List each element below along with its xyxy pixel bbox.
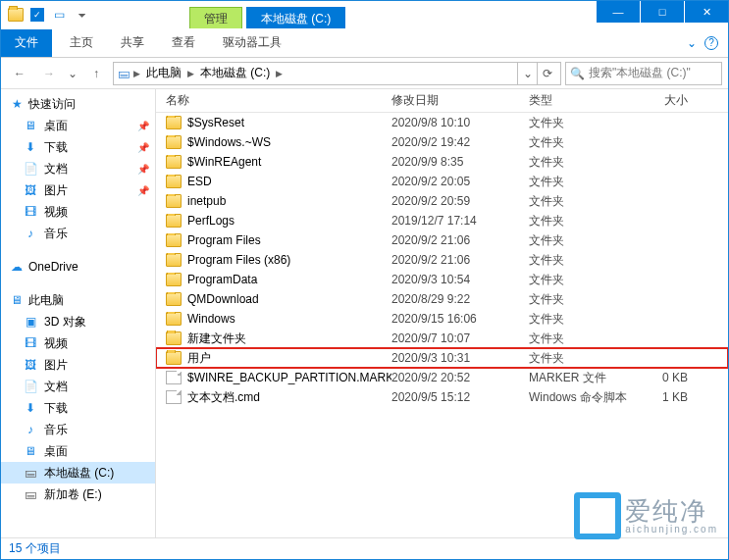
file-row[interactable]: $WINRE_BACKUP_PARTITION.MARKER2020/9/2 2…: [156, 368, 728, 387]
file-row[interactable]: inetpub2020/9/2 20:59文件夹: [156, 191, 728, 211]
contextual-tab-manage[interactable]: 管理: [189, 7, 242, 28]
file-type: 文件夹: [529, 252, 639, 269]
pin-icon: 📌: [137, 121, 149, 131]
maximize-button[interactable]: □: [641, 1, 684, 23]
ribbon-tab-home[interactable]: 主页: [56, 28, 107, 57]
file-type: Windows 命令脚本: [529, 389, 639, 406]
nav-label: 图片: [44, 357, 68, 374]
folder-icon: [166, 116, 182, 129]
nav-item-desktop[interactable]: 🖥桌面: [1, 440, 155, 462]
file-row[interactable]: ProgramData2020/9/3 10:54文件夹: [156, 270, 728, 289]
file-row[interactable]: Windows2020/9/15 16:06文件夹: [156, 309, 728, 329]
search-icon: 🔍: [570, 67, 585, 80]
file-row[interactable]: PerfLogs2019/12/7 17:14文件夹: [156, 211, 728, 230]
nav-onedrive[interactable]: ☁ OneDrive: [1, 256, 155, 278]
column-header-date[interactable]: 修改日期: [391, 92, 529, 109]
crumb-sep-icon[interactable]: ▶: [187, 69, 194, 78]
file-list[interactable]: $SysReset2020/9/8 10:10文件夹$Windows.~WS20…: [156, 113, 728, 537]
folder-icon: [166, 135, 182, 149]
navigation-pane[interactable]: ★ 快速访问 🖥桌面📌 ⬇下载📌 📄文档📌 🖼图片📌 🎞视频 ♪音乐 ☁ One…: [1, 89, 156, 537]
file-menu-button[interactable]: 文件: [1, 29, 52, 57]
file-type: 文件夹: [529, 154, 639, 171]
nav-item-pictures[interactable]: 🖼图片: [1, 354, 155, 376]
back-button[interactable]: ←: [7, 61, 32, 86]
nav-item-music[interactable]: ♪音乐: [1, 223, 155, 244]
crumb-sep-icon[interactable]: ▶: [133, 69, 140, 78]
file-row[interactable]: 用户2020/9/3 10:31文件夹: [156, 348, 728, 368]
nav-item-desktop[interactable]: 🖥桌面📌: [1, 115, 155, 136]
minimize-button[interactable]: —: [597, 1, 640, 23]
file-size: 0 KB: [639, 371, 698, 384]
recent-locations-button[interactable]: ⌄: [66, 61, 79, 86]
qat-item-icon[interactable]: ✓: [30, 8, 44, 22]
nav-this-pc[interactable]: 🖥 此电脑: [1, 289, 155, 311]
document-icon: 📄: [23, 161, 38, 177]
forward-button[interactable]: →: [36, 61, 62, 86]
file-name: $WinREAgent: [187, 155, 261, 169]
crumb-sep-icon[interactable]: ▶: [276, 69, 283, 78]
file-row[interactable]: 文本文档.cmd2020/9/5 15:12Windows 命令脚本1 KB: [156, 387, 728, 407]
nav-item-drive-e[interactable]: 🖴新加卷 (E:): [1, 484, 155, 505]
file-row[interactable]: $Windows.~WS2020/9/2 19:42文件夹: [156, 132, 728, 152]
ribbon-tab-share[interactable]: 共享: [107, 28, 158, 57]
up-button[interactable]: ↑: [83, 61, 109, 86]
status-item-count: 15 个项目: [9, 540, 61, 557]
file-row[interactable]: QMDownload2020/8/29 9:22文件夹: [156, 289, 728, 309]
ribbon-tab-view[interactable]: 查看: [158, 28, 209, 57]
file-list-pane: 名称 修改日期 类型 大小 $SysReset2020/9/8 10:10文件夹…: [156, 89, 728, 537]
file-date: 2020/9/2 20:05: [391, 175, 529, 188]
ribbon-expand-icon[interactable]: ⌄: [687, 36, 697, 50]
file-date: 2020/9/2 20:59: [391, 194, 529, 208]
file-size: 1 KB: [639, 390, 698, 404]
nav-item-music[interactable]: ♪音乐: [1, 419, 155, 440]
nav-quick-access[interactable]: ★ 快速访问: [1, 93, 155, 115]
file-date: 2020/9/5 15:12: [391, 390, 529, 404]
file-date: 2020/9/2 21:06: [391, 253, 529, 267]
column-header-type[interactable]: 类型: [529, 92, 639, 109]
file-row[interactable]: Program Files (x86)2020/9/2 21:06文件夹: [156, 250, 728, 270]
breadcrumb[interactable]: 本地磁盘 (C:): [198, 65, 272, 81]
refresh-button[interactable]: ⟳: [537, 63, 556, 84]
contextual-tab-group: 管理 本地磁盘 (C:): [189, 1, 345, 28]
file-row[interactable]: Program Files2020/9/2 21:06文件夹: [156, 230, 728, 250]
nav-item-3d[interactable]: ▣3D 对象: [1, 311, 155, 332]
address-bar[interactable]: 🖴 ▶ 此电脑 ▶ 本地磁盘 (C:) ▶ ⌄ ⟳: [113, 62, 561, 85]
qat-item-icon[interactable]: ▭: [50, 6, 68, 24]
file-date: 2020/8/29 9:22: [391, 292, 529, 306]
column-header-size[interactable]: 大小: [639, 92, 698, 109]
file-row[interactable]: ESD2020/9/2 20:05文件夹: [156, 172, 728, 191]
nav-item-videos[interactable]: 🎞视频: [1, 201, 155, 223]
titlebar: ✓ ▭ ⏷ 管理 本地磁盘 (C:) — □ ✕: [1, 1, 728, 28]
cloud-icon: ☁: [9, 259, 25, 275]
help-icon[interactable]: ?: [704, 36, 718, 50]
video-icon: 🎞: [23, 335, 38, 351]
file-row[interactable]: 新建文件夹2020/9/7 10:07文件夹: [156, 329, 728, 348]
nav-item-pictures[interactable]: 🖼图片📌: [1, 179, 155, 201]
nav-item-downloads[interactable]: ⬇下载📌: [1, 136, 155, 158]
nav-label: 桌面: [44, 118, 68, 134]
folder-icon: [166, 233, 182, 247]
drive-icon: 🖴: [23, 465, 38, 481]
search-box[interactable]: 🔍 搜索"本地磁盘 (C:)": [565, 62, 722, 85]
star-icon: ★: [9, 96, 25, 112]
column-header-name[interactable]: 名称: [156, 92, 391, 109]
nav-item-documents[interactable]: 📄文档: [1, 376, 155, 397]
ribbon-tab-drive[interactable]: 驱动器工具: [209, 28, 295, 57]
nav-item-documents[interactable]: 📄文档📌: [1, 158, 155, 179]
file-type: 文件夹: [529, 311, 639, 328]
file-row[interactable]: $WinREAgent2020/9/9 8:35文件夹: [156, 152, 728, 172]
file-type: 文件夹: [529, 134, 639, 151]
close-button[interactable]: ✕: [685, 1, 728, 23]
file-name: $SysReset: [187, 116, 244, 129]
nav-item-videos[interactable]: 🎞视频: [1, 332, 155, 354]
qat-overflow-icon[interactable]: ⏷: [74, 6, 91, 24]
address-dropdown-button[interactable]: ⌄: [517, 63, 537, 84]
nav-item-drive-c[interactable]: 🖴本地磁盘 (C:): [1, 462, 155, 484]
nav-item-downloads[interactable]: ⬇下载: [1, 397, 155, 419]
desktop-icon: 🖥: [23, 118, 38, 133]
breadcrumb[interactable]: 此电脑: [144, 65, 183, 81]
file-row[interactable]: $SysReset2020/9/8 10:10文件夹: [156, 113, 728, 132]
file-date: 2020/9/7 10:07: [391, 331, 529, 345]
file-date: 2020/9/9 8:35: [391, 155, 529, 169]
folder-icon: [166, 175, 182, 188]
